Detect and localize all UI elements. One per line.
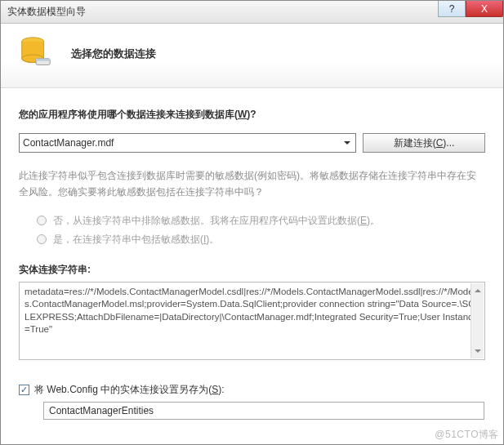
sensitive-data-hint: 此连接字符串似乎包含连接到数据库时需要的敏感数据(例如密码)。将敏感数据存储在连… xyxy=(19,167,485,201)
database-icon xyxy=(17,35,55,73)
save-checkbox[interactable]: ✓ xyxy=(19,385,29,395)
header-title: 选择您的数据连接 xyxy=(71,47,156,61)
title-bar: 实体数据模型向导 ? X xyxy=(1,1,503,24)
connection-question: 您的应用程序将使用哪个数据连接来连接到数据库(W)? xyxy=(19,108,485,122)
radio-exclude-sensitive: 否，从连接字符串中排除敏感数据。我将在应用程序代码中设置此数据(E)。 xyxy=(37,214,485,228)
radio-icon xyxy=(37,234,47,244)
connection-dropdown[interactable]: ContactManager.mdf xyxy=(19,133,356,153)
help-button[interactable]: ? xyxy=(438,1,466,17)
connection-string-box[interactable]: metadata=res://*/Models.ContactManagerMo… xyxy=(19,282,485,360)
selected-connection: ContactManager.mdf xyxy=(23,137,114,149)
wizard-header: 选择您的数据连接 xyxy=(1,24,503,88)
save-label: 将 Web.Config 中的实体连接设置另存为(S): xyxy=(34,383,225,397)
window-controls: ? X xyxy=(438,1,503,23)
window-title: 实体数据模型向导 xyxy=(7,5,438,19)
watermark: @51CTO博客 xyxy=(435,428,499,442)
connection-string-label: 实体连接字符串: xyxy=(19,263,485,277)
save-name-input[interactable]: ContactManagerEntities xyxy=(43,402,484,420)
wizard-content: 您的应用程序将使用哪个数据连接来连接到数据库(W)? ContactManage… xyxy=(1,88,503,420)
scrollbar[interactable] xyxy=(471,283,484,358)
radio-icon xyxy=(37,216,47,225)
connection-row: ContactManager.mdf 新建连接(C)... xyxy=(19,133,485,153)
save-settings-row: ✓ 将 Web.Config 中的实体连接设置另存为(S): xyxy=(19,383,485,397)
new-connection-button[interactable]: 新建连接(C)... xyxy=(363,133,485,153)
connection-string-text: metadata=res://*/Models.ContactManagerMo… xyxy=(25,287,478,335)
radio-include-sensitive: 是，在连接字符串中包括敏感数据(I)。 xyxy=(37,233,485,247)
svg-rect-3 xyxy=(36,59,50,61)
close-button[interactable]: X xyxy=(466,1,503,17)
